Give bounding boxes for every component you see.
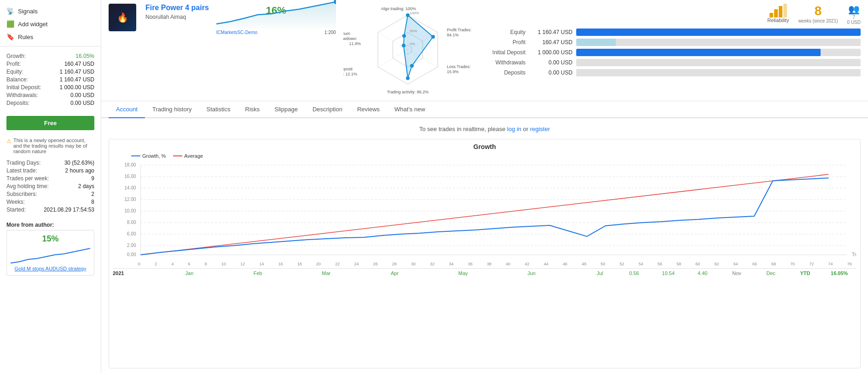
radar-chart: 100% 50% 0% Algo trading: 100% Profit Tr…: [343, 4, 472, 97]
svg-text:15.9%: 15.9%: [447, 69, 459, 74]
month-blank-5: [412, 270, 446, 276]
warning-text: This is a newly opened account, and the …: [13, 138, 94, 154]
weeks-number: 8: [798, 4, 838, 18]
stat-initial: Initial Deposit: 1 000.00 USD: [6, 84, 94, 91]
stat-equity: Equity: 1 160.47 USD: [6, 69, 94, 75]
signal-avatar: [109, 4, 136, 31]
svg-text:Trading activity: 86.2%: Trading activity: 86.2%: [387, 90, 428, 94]
stat-initial-label: Initial Deposit:: [6, 84, 41, 91]
trading-days-label: Trading Days:: [6, 160, 41, 166]
sidebar-item-signals[interactable]: 📡 Signals: [0, 5, 101, 17]
sidebar: 📡 Signals 🟩 Add widget 🔖 Rules Growth: 1…: [0, 0, 101, 373]
mini-chart: 16% ICMarketsSC-Demo 1:200: [216, 4, 336, 36]
stat-profit: Profit: 160.47 USD: [6, 61, 94, 67]
signals-icon: 📡: [6, 7, 14, 15]
started-label: Started:: [6, 207, 26, 213]
author-card[interactable]: 15% Gold M stops AUDUSD strategy: [6, 230, 94, 275]
month-aug-val: 0.56: [617, 270, 651, 276]
tab-risks[interactable]: Risks: [238, 101, 267, 118]
avg-holding-value: 2 days: [78, 183, 94, 189]
signal-author: Noorullah Aimaq: [145, 14, 209, 20]
tab-reviews[interactable]: Reviews: [350, 101, 387, 118]
profit-bar-row: Profit 160.47 USD: [480, 39, 861, 46]
login-link[interactable]: log in: [507, 126, 521, 132]
author-strategy-link[interactable]: Gold M stops AUDUSD strategy: [11, 266, 90, 271]
rules-icon: 🔖: [6, 33, 14, 40]
main-content: Fire Power 4 pairs Noorullah Aimaq 16% I…: [101, 0, 868, 373]
stat-initial-value: 1 000.00 USD: [60, 84, 94, 91]
month-may: May: [446, 270, 480, 276]
latest-trade-value: 2 hours ago: [65, 167, 94, 174]
initial-bar-row: Initial Deposit 1 000.00 USD: [480, 49, 861, 56]
stat-equity-value: 1 160.47 USD: [60, 69, 94, 75]
month-blank-7: [549, 270, 583, 276]
tab-statistics[interactable]: Statistics: [199, 101, 237, 118]
svg-marker-8: [404, 15, 433, 78]
started-row: Started: 2021.08.29 17:54:53: [6, 207, 94, 213]
signal-title-block: Fire Power 4 pairs Noorullah Aimaq: [144, 4, 209, 97]
stat-withdrawals-value: 0.00 USD: [70, 92, 94, 98]
deposits-bar-track: [576, 69, 861, 76]
trades-per-week-value: 9: [91, 175, 94, 182]
trading-info-block: Trading Days: 30 (52.63%) Latest trade: …: [0, 157, 101, 217]
initial-bar-track: [576, 49, 861, 56]
withdrawals-value: 0.00 USD: [530, 59, 576, 66]
sidebar-item-rules[interactable]: 🔖 Rules: [0, 30, 101, 43]
subscribers-icon: 👥: [847, 4, 861, 15]
tab-slippage[interactable]: Slippage: [267, 101, 305, 118]
or-text: or: [523, 126, 528, 132]
latest-trade-label: Latest trade:: [6, 167, 37, 174]
month-jun: Jun: [515, 270, 549, 276]
author-chart: [11, 246, 90, 264]
weeks-label: weeks (since 2021): [798, 18, 838, 23]
subscribers-value: 2: [91, 191, 94, 197]
svg-point-12: [406, 76, 410, 80]
stat-profit-label: Profit:: [6, 61, 21, 67]
register-link[interactable]: register: [530, 126, 550, 132]
svg-text:load: 12.1%: load: 12.1%: [343, 72, 357, 76]
right-stats: Reliability 8 weeks (since 2021) 👥 7 0 U…: [480, 4, 861, 97]
month-dec: Dec: [754, 270, 788, 276]
svg-point-10: [431, 35, 435, 39]
trading-days-value: 30 (52.63%): [64, 160, 94, 166]
free-button[interactable]: Free: [6, 116, 94, 130]
svg-text:100%: 100%: [410, 11, 419, 15]
svg-point-14: [402, 34, 406, 38]
trades-per-week-label: Trades per week:: [6, 175, 49, 182]
svg-point-13: [402, 44, 405, 47]
tabs-row: Account Trading history Statistics Risks…: [101, 101, 868, 118]
svg-text:10.00: 10.00: [124, 208, 136, 213]
svg-text:Maximum: Maximum: [343, 31, 350, 36]
tab-account[interactable]: Account: [109, 101, 145, 118]
svg-text:50%: 50%: [410, 29, 417, 33]
ytd-value: 16.05%: [822, 270, 856, 276]
stat-deposits: Deposits: 0.00 USD: [6, 100, 94, 106]
sidebar-stats-block: Growth: 16.05% Profit: 160.47 USD Equity…: [0, 49, 101, 111]
stat-deposits-label: Deposits:: [6, 100, 29, 106]
weeks-label: Weeks:: [6, 199, 25, 205]
sidebar-item-add-widget[interactable]: 🟩 Add widget: [0, 17, 101, 30]
equity-bar-fill: [576, 29, 861, 36]
started-value: 2021.08.29 17:54:53: [44, 207, 94, 213]
growth-chart-container: Growth Growth, % Average: [109, 139, 861, 368]
withdrawals-bar-track: [576, 59, 861, 66]
stat-equity-label: Equity:: [6, 69, 23, 75]
ytd-label: YTD: [788, 270, 822, 276]
svg-point-9: [406, 13, 410, 17]
tab-whats-new[interactable]: What's new: [387, 101, 433, 118]
svg-text:Loss Trades:: Loss Trades:: [447, 64, 471, 69]
initial-label: Initial Deposit: [480, 49, 530, 56]
reliability-chart-icon: [767, 4, 789, 17]
trades-per-week-row: Trades per week: 9: [6, 175, 94, 182]
signal-name[interactable]: Fire Power 4 pairs: [145, 4, 209, 12]
tab-description[interactable]: Description: [305, 101, 350, 118]
svg-text:Max deposit: Max deposit: [343, 67, 353, 71]
subscribers-number: 7: [847, 15, 861, 20]
latest-trade-row: Latest trade: 2 hours ago: [6, 167, 94, 174]
trading-days-row: Trading Days: 30 (52.63%): [6, 160, 94, 166]
sidebar-warning: ⚠ This is a newly opened account, and th…: [0, 135, 101, 157]
sidebar-label-signals: Signals: [18, 8, 38, 15]
svg-point-11: [410, 64, 414, 68]
month-blank-3: [275, 270, 309, 276]
tab-trading-history[interactable]: Trading history: [145, 101, 199, 118]
